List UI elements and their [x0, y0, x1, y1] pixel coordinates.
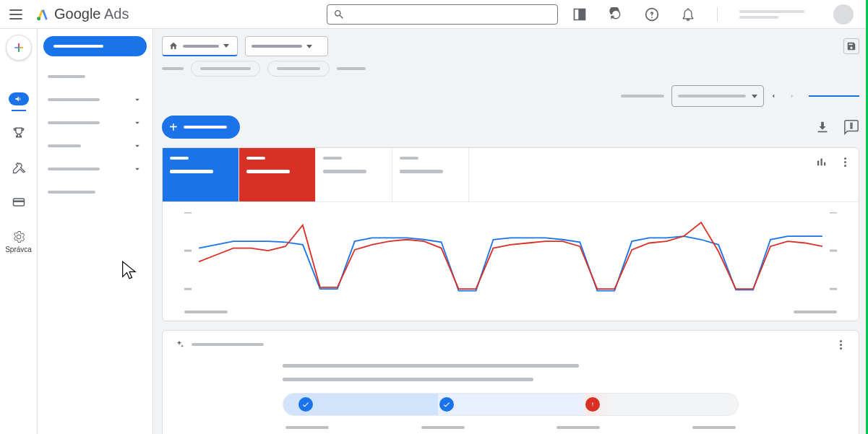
panel-row-3[interactable]	[43, 134, 147, 157]
metric-tab-2[interactable]	[239, 148, 316, 201]
left-rail: Správca	[0, 29, 38, 434]
download-icon[interactable]	[815, 119, 830, 135]
compare-toggle[interactable]	[809, 95, 859, 97]
chart-axis-labels	[163, 311, 859, 321]
notifications-icon[interactable]	[681, 7, 695, 22]
svg-rect-6	[824, 162, 825, 166]
feedback-icon[interactable]	[843, 119, 859, 135]
avatar[interactable]	[833, 4, 854, 25]
save-view-icon[interactable]	[843, 38, 859, 54]
progress-step-1	[298, 397, 313, 412]
filter-chip-1[interactable]	[191, 61, 260, 77]
progress-step-2	[439, 397, 454, 412]
progress-labels	[283, 426, 739, 429]
trophy-icon	[12, 126, 26, 140]
rail-billing[interactable]	[0, 185, 37, 220]
appearance-icon[interactable]	[572, 7, 587, 22]
rail-admin[interactable]: Správca	[0, 220, 37, 264]
svg-rect-5	[821, 159, 822, 166]
megaphone-icon	[14, 95, 24, 103]
metric-tab-3[interactable]	[316, 148, 392, 201]
svg-rect-3	[13, 201, 24, 203]
search-icon	[333, 9, 345, 20]
rail-tools[interactable]	[0, 150, 37, 185]
brand-text: Google Ads	[54, 6, 129, 22]
help-icon[interactable]	[645, 7, 659, 22]
tools-icon	[12, 160, 26, 175]
svg-rect-1	[580, 9, 585, 19]
sparkle-icon	[174, 339, 184, 350]
scope-dropdown-2[interactable]	[245, 36, 328, 56]
header-actions	[572, 4, 854, 25]
gear-icon	[12, 230, 26, 244]
scope-bar	[153, 29, 868, 61]
search-input[interactable]	[327, 4, 558, 25]
progress-step-3	[585, 397, 600, 412]
date-prev-button[interactable]	[764, 87, 783, 105]
metric-tab-1[interactable]	[163, 148, 239, 201]
optimization-body	[174, 350, 847, 429]
date-controls	[153, 82, 868, 113]
scope-dropdown-1[interactable]	[162, 36, 238, 56]
menu-icon[interactable]	[7, 6, 25, 23]
home-icon	[168, 41, 179, 51]
filter-chips	[153, 61, 868, 82]
logo[interactable]: Google Ads	[35, 6, 129, 22]
svg-rect-4	[817, 161, 819, 166]
account-info[interactable]	[739, 10, 804, 19]
new-campaign-button[interactable]: +	[162, 116, 240, 139]
panel-sub-row-2[interactable]	[43, 181, 147, 204]
svg-point-0	[37, 17, 40, 20]
optimization-card	[162, 330, 859, 434]
panel-sub-row[interactable]	[43, 65, 147, 88]
refresh-icon[interactable]	[609, 7, 623, 22]
panel-selected[interactable]	[43, 36, 147, 56]
date-next-button[interactable]	[783, 87, 802, 105]
mouse-cursor	[119, 260, 139, 280]
rail-goals[interactable]	[0, 116, 37, 150]
metrics-card	[162, 147, 859, 321]
action-bar: +	[153, 113, 868, 147]
app-header: Google Ads	[0, 0, 868, 29]
panel-row-4[interactable]	[43, 157, 147, 181]
rail-admin-label: Správca	[5, 246, 32, 253]
card-icon	[12, 195, 26, 209]
main-content: +	[153, 29, 868, 434]
rail-campaigns[interactable]	[0, 82, 37, 116]
metric-tab-4[interactable]	[392, 148, 469, 201]
metric-tabs	[163, 148, 859, 202]
card-menu-icon[interactable]	[834, 340, 847, 350]
separator	[717, 7, 718, 22]
ads-logo-icon	[35, 7, 50, 22]
line-chart	[163, 202, 859, 311]
chart-settings-icon[interactable]	[815, 155, 828, 168]
side-panel	[38, 29, 153, 434]
panel-row-2[interactable]	[43, 111, 147, 134]
optimization-progress	[283, 393, 739, 416]
panel-row-1[interactable]	[43, 88, 147, 111]
create-button[interactable]	[6, 35, 32, 61]
filter-chip-2[interactable]	[267, 61, 330, 77]
date-range-dropdown[interactable]	[671, 85, 764, 107]
card-menu-icon[interactable]	[838, 155, 851, 168]
